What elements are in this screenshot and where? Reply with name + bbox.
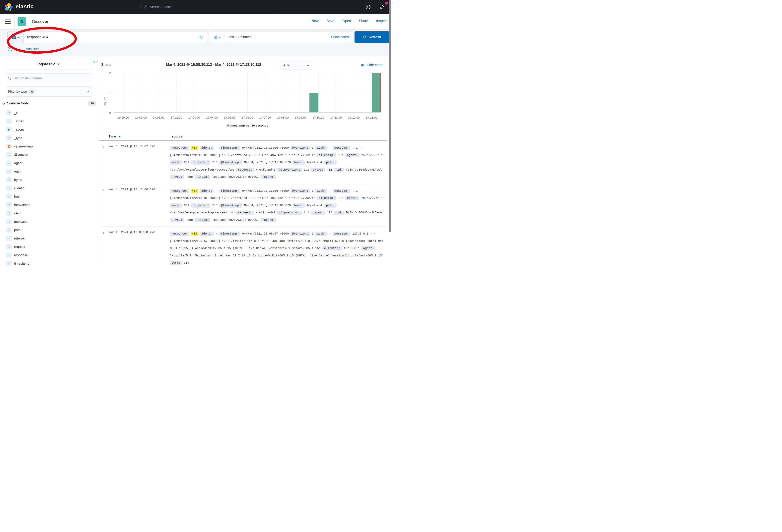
field-item-clientip[interactable]: tclientip xyxy=(0,184,99,192)
field-item-host[interactable]: thost xyxy=(0,192,99,201)
source-field-badge: @version: xyxy=(290,189,310,193)
scrollbar[interactable] xyxy=(389,0,391,232)
x-gridline xyxy=(247,73,248,112)
source-value: ::1 xyxy=(338,196,344,200)
field-type-string-icon: t xyxy=(6,261,11,266)
x-axis-title: @timestamp per 30 seconds xyxy=(114,124,381,127)
field-item-response[interactable]: tresponse xyxy=(0,251,99,259)
field-item-_score[interactable]: #_score xyxy=(0,125,99,134)
document-time: Mar 4, 2021 @ 17:13:07.876 xyxy=(108,145,155,148)
help-icon[interactable] xyxy=(365,4,371,10)
field-list: t_idt_index#_scoret_type@timestampt@vers… xyxy=(0,109,99,266)
field-type-string-icon: t xyxy=(6,110,11,115)
kibana-discover-page: elastic D Discover NewSaveOpenShareInspe… xyxy=(0,0,391,266)
field-type-string-icon: t xyxy=(6,160,11,165)
column-header-time[interactable]: Time xyxy=(108,135,121,138)
field-item-ident[interactable]: tident xyxy=(0,209,99,217)
index-pattern-label: logstash-* xyxy=(37,62,55,66)
action-share-button[interactable]: Share xyxy=(359,19,368,23)
source-value: ::1 xyxy=(338,154,344,157)
field-item-agent[interactable]: tagent xyxy=(0,159,99,167)
document-row: Mar 4, 2021 @ 17:09:58.278response: 404 … xyxy=(99,227,387,266)
field-item-@version[interactable]: t@version xyxy=(0,150,99,159)
time-range-value[interactable]: Last 15 minutes xyxy=(224,35,251,39)
field-item-referrer[interactable]: treferrer xyxy=(0,234,99,242)
interval-select[interactable]: Auto xyxy=(280,61,312,70)
action-inspect-button[interactable]: Inspect xyxy=(376,19,387,23)
field-name: message xyxy=(14,220,28,224)
filter-by-type-select[interactable]: Filter by type 0 xyxy=(5,86,92,97)
kql-query-input[interactable] xyxy=(24,35,194,39)
source-field-badge: referrer: xyxy=(191,203,210,207)
source-field-badge: httpversion: xyxy=(277,211,302,215)
source-field-badge: message: xyxy=(333,232,350,236)
source-field-badge: referrer: xyxy=(191,160,210,164)
field-item-_id[interactable]: t_id xyxy=(0,109,99,117)
refresh-button[interactable]: Refresh xyxy=(355,31,390,43)
document-source: response: 404 ident: - timestamp: 04/Mar… xyxy=(170,230,387,266)
field-type-number-icon: # xyxy=(6,127,11,132)
field-name: response xyxy=(14,253,28,257)
action-save-button[interactable]: Save xyxy=(326,19,334,23)
field-item-path[interactable]: tpath xyxy=(0,226,99,234)
query-language-button[interactable]: KQL xyxy=(194,32,208,43)
histogram-bar[interactable] xyxy=(310,93,318,112)
source-value: 1.1 xyxy=(304,211,309,215)
global-search[interactable] xyxy=(141,3,274,11)
source-field-badge: _id: xyxy=(334,168,344,172)
sort-desc-icon[interactable] xyxy=(118,136,121,138)
document-time: Mar 4, 2021 @ 17:09:58.278 xyxy=(108,231,155,234)
field-item-httpversion[interactable]: thttpversion xyxy=(0,201,99,209)
x-gridline xyxy=(336,73,336,112)
action-open-button[interactable]: Open xyxy=(342,19,351,23)
field-item-message[interactable]: tmessage xyxy=(0,217,99,226)
field-search[interactable] xyxy=(5,73,92,83)
field-type-string-icon: t xyxy=(6,211,11,216)
field-item-request[interactable]: trequest xyxy=(0,242,99,251)
interval-value: Auto xyxy=(283,63,290,67)
x-gridline xyxy=(141,73,141,112)
field-item-auth[interactable]: tauth xyxy=(0,167,99,176)
source-value: 432 xyxy=(327,211,332,215)
expand-document-icon[interactable] xyxy=(102,146,104,149)
document-time: Mar 4, 2021 @ 17:13:06.870 xyxy=(108,188,155,191)
source-value: localhost xyxy=(307,161,323,164)
show-dates-button[interactable]: Show dates xyxy=(331,35,352,39)
histogram-bar[interactable] xyxy=(372,73,381,112)
hits-label: hits xyxy=(104,62,110,67)
expand-document-icon[interactable] xyxy=(102,232,104,234)
column-header-source: _source xyxy=(170,135,182,138)
menu-hamburger-icon[interactable] xyxy=(5,20,10,24)
field-search-input[interactable] xyxy=(13,76,89,80)
filter-icon[interactable] xyxy=(8,46,12,51)
source-field-badge: path: xyxy=(324,160,336,164)
field-item-_type[interactable]: t_type xyxy=(0,134,99,142)
newsfeed-party-popper-icon[interactable] xyxy=(380,4,385,10)
elastic-logo-icon[interactable] xyxy=(4,3,13,11)
hide-chart-button[interactable]: Hide chart xyxy=(361,63,383,67)
field-item-@timestamp[interactable]: @timestamp xyxy=(0,142,99,150)
field-item-_index[interactable]: t_index xyxy=(0,117,99,125)
action-new-button[interactable]: New xyxy=(312,19,318,23)
add-filter-button[interactable]: + Add filter xyxy=(23,47,39,51)
global-search-input[interactable] xyxy=(150,5,271,9)
source-value: - xyxy=(216,146,217,150)
document-source: response: 404 ident: - timestamp: 04/Mar… xyxy=(170,145,387,181)
field-type-string-icon: t xyxy=(6,169,11,174)
field-item-timestamp[interactable]: ttimestamp xyxy=(0,259,99,266)
x-gridline xyxy=(194,73,194,112)
available-fields-header[interactable]: Available fields 20 xyxy=(3,101,96,106)
field-name: _id xyxy=(14,111,19,115)
calendar-menu-button[interactable] xyxy=(210,32,224,43)
discover-app-badge[interactable]: D xyxy=(17,17,26,26)
collapse-sidebar-icon[interactable] xyxy=(93,60,98,64)
source-field-badge: agent: xyxy=(361,246,376,251)
index-pattern-select[interactable]: logstash-* xyxy=(5,59,92,69)
field-item-bytes[interactable]: tbytes xyxy=(0,176,99,184)
expand-document-icon[interactable] xyxy=(102,189,104,192)
refresh-label: Refresh xyxy=(369,35,381,39)
saved-query-menu-button[interactable] xyxy=(8,32,24,43)
source-value: "-" xyxy=(212,161,217,164)
search-icon xyxy=(8,77,11,80)
chart-plot-area[interactable] xyxy=(114,73,381,113)
